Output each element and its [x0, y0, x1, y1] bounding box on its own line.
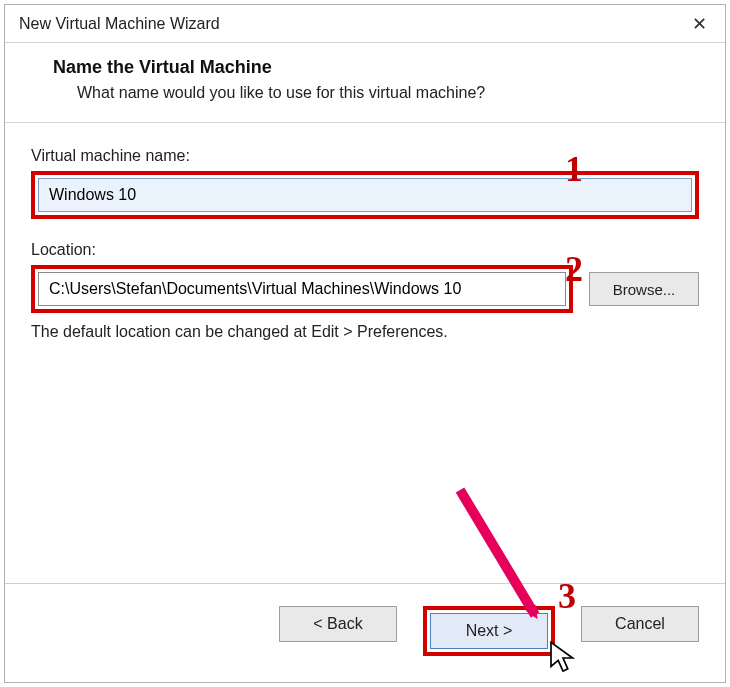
back-button[interactable]: < Back: [279, 606, 397, 642]
location-note: The default location can be changed at E…: [31, 323, 699, 341]
annotation-highlight-3: Next >: [423, 606, 555, 656]
annotation-highlight-1: [31, 171, 699, 219]
titlebar: New Virtual Machine Wizard ✕: [5, 5, 725, 43]
cancel-button[interactable]: Cancel: [581, 606, 699, 642]
window-title: New Virtual Machine Wizard: [19, 15, 679, 33]
wizard-header: Name the Virtual Machine What name would…: [5, 43, 725, 122]
vm-name-input[interactable]: [38, 178, 692, 212]
browse-button[interactable]: Browse...: [589, 272, 699, 306]
page-subheading: What name would you like to use for this…: [77, 84, 699, 102]
wizard-window: New Virtual Machine Wizard ✕ Name the Vi…: [4, 4, 726, 683]
next-button[interactable]: Next >: [430, 613, 548, 649]
vm-name-label: Virtual machine name:: [31, 147, 699, 165]
close-icon[interactable]: ✕: [679, 9, 719, 39]
annotation-highlight-2: [31, 265, 573, 313]
location-label: Location:: [31, 241, 699, 259]
location-input[interactable]: [38, 272, 566, 306]
wizard-footer: < Back Next > Cancel: [5, 583, 725, 682]
page-heading: Name the Virtual Machine: [53, 57, 699, 78]
wizard-content: Virtual machine name: Location: Browse..…: [5, 123, 725, 583]
